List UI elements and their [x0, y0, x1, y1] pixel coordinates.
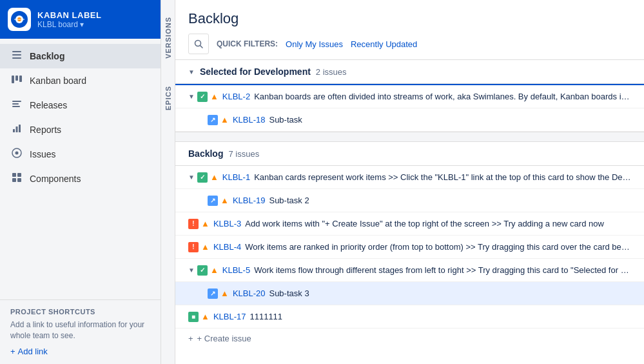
- svg-rect-11: [12, 103, 19, 105]
- table-row[interactable]: ↗ ▲ KLBL-20 Sub-task 3: [175, 282, 644, 305]
- expand-icon[interactable]: ▼: [188, 93, 195, 100]
- selected-for-dev-header[interactable]: ▼ Selected for Development 2 issues: [175, 60, 644, 84]
- issue-key[interactable]: KLBL-17: [213, 312, 246, 321]
- backlog-title: Backlog: [188, 148, 223, 159]
- kanban-icon: [10, 74, 23, 88]
- sidebar-item-reports[interactable]: Reports: [0, 117, 161, 142]
- svg-rect-6: [12, 57, 21, 59]
- epics-tab[interactable]: EPICS: [163, 82, 173, 114]
- sidebar-item-label: Releases: [30, 100, 67, 110]
- priority-icon: ▲: [210, 92, 219, 101]
- add-link-button[interactable]: + Add link: [10, 347, 150, 356]
- issue-type-icon: ↗: [208, 196, 218, 206]
- svg-rect-4: [12, 51, 21, 52]
- table-row[interactable]: ↗ ▲ KLBL-19 Sub-task 2: [175, 189, 644, 212]
- table-row[interactable]: ▼ ✓ ▲ KLBL-2 Kanban boards are often div…: [175, 85, 644, 108]
- table-row[interactable]: ! ▲ KLBL-3 Add work items with "+ Create…: [175, 212, 644, 236]
- svg-rect-18: [12, 173, 16, 177]
- components-icon: [10, 172, 23, 186]
- issue-key[interactable]: KLBL-2: [222, 92, 250, 101]
- sidebar-item-label: Components: [30, 174, 81, 184]
- priority-icon: ▲: [210, 265, 219, 275]
- sidebar-app-name: KABAN LABEL: [37, 10, 101, 20]
- sidebar-item-components[interactable]: Components: [0, 167, 161, 191]
- issue-summary: 1111111: [249, 312, 631, 321]
- priority-icon: ▲: [201, 219, 210, 228]
- quick-filters-label: QUICK FILTERS:: [217, 39, 278, 48]
- issue-key[interactable]: KLBL-3: [213, 219, 241, 228]
- table-row[interactable]: ! ▲ KLBL-4 Work items are ranked in prio…: [175, 236, 644, 259]
- sidebar-item-issues[interactable]: Issues: [0, 142, 161, 167]
- issue-type-icon: !: [188, 219, 199, 229]
- main-content: Backlog QUICK FILTERS: Only My Issues Re…: [175, 0, 644, 364]
- priority-icon: ▲: [220, 288, 229, 298]
- issue-key[interactable]: KLBL-19: [233, 196, 266, 205]
- filter-recently-updated[interactable]: Recently Updated: [351, 39, 417, 49]
- sidebar-item-label: Kanban board: [30, 76, 86, 86]
- priority-icon: ▲: [201, 242, 210, 252]
- svg-rect-20: [12, 178, 16, 182]
- issue-key[interactable]: KLBL-4: [213, 242, 241, 252]
- filter-only-my-issues[interactable]: Only My Issues: [286, 39, 343, 49]
- issue-summary: Kanban cards represent work items >> Cli…: [254, 172, 631, 182]
- selected-for-dev-count: 2 issues: [316, 67, 347, 77]
- sidebar-nav: Backlog Kanban board Releases Reports Is…: [0, 39, 161, 299]
- issue-type-icon: ↗: [208, 115, 218, 125]
- svg-rect-3: [14, 19, 24, 20]
- sidebar-item-label: Issues: [30, 149, 55, 159]
- svg-rect-14: [16, 126, 18, 132]
- versions-tab[interactable]: VERSIONS: [163, 13, 173, 63]
- expand-icon[interactable]: ▼: [188, 174, 195, 181]
- issue-summary: Sub-task 3: [269, 288, 631, 298]
- issue-summary: Work items are ranked in priority order …: [245, 242, 631, 252]
- issue-summary: Add work items with "+ Create Issue" at …: [245, 219, 631, 228]
- svg-rect-7: [12, 76, 14, 83]
- search-button[interactable]: [188, 34, 209, 54]
- issue-type-icon: ↗: [208, 288, 218, 299]
- issue-type-icon: ✓: [197, 172, 208, 183]
- plus-icon: +: [188, 334, 193, 343]
- issue-type-icon: ✓: [197, 92, 208, 102]
- table-row[interactable]: ↗ ▲ KLBL-18 Sub-task: [175, 108, 644, 132]
- backlog-count: 7 issues: [228, 149, 259, 159]
- create-issue-button[interactable]: + + Create issue: [175, 329, 644, 349]
- reports-icon: [10, 123, 23, 137]
- issue-summary: Sub-task 2: [269, 196, 631, 205]
- svg-rect-5: [12, 54, 21, 56]
- sidebar-header: KABAN LABEL KLBL board ▾: [0, 0, 161, 39]
- sidebar-item-label: Reports: [30, 125, 61, 135]
- issue-summary: Sub-task: [269, 115, 631, 125]
- table-row[interactable]: ▼ ✓ ▲ KLBL-5 Work items flow through dif…: [175, 259, 644, 282]
- svg-rect-12: [12, 106, 20, 107]
- table-row[interactable]: ▼ ✓ ▲ KLBL-1 Kanban cards represent work…: [175, 166, 644, 189]
- expand-icon[interactable]: ▼: [188, 267, 195, 274]
- releases-icon: [10, 98, 23, 112]
- issue-type-icon: !: [188, 242, 199, 252]
- issue-type-icon: ■: [188, 312, 199, 322]
- backlog-icon: [10, 49, 23, 63]
- sidebar-item-releases[interactable]: Releases: [0, 93, 161, 117]
- issue-key[interactable]: KLBL-18: [233, 115, 266, 125]
- sidebar-item-label: Backlog: [30, 51, 64, 61]
- issue-key[interactable]: KLBL-5: [222, 265, 250, 275]
- issue-key[interactable]: KLBL-1: [222, 172, 250, 182]
- sidebar: KABAN LABEL KLBL board ▾ Backlog Kanban …: [0, 0, 161, 364]
- backlog-header[interactable]: Backlog 7 issues: [175, 142, 644, 166]
- sidebar-item-backlog[interactable]: Backlog: [0, 44, 161, 68]
- table-row[interactable]: ■ ▲ KLBL-17 1111111: [175, 305, 644, 329]
- sidebar-item-kanban-board[interactable]: Kanban board: [0, 68, 161, 93]
- svg-line-23: [200, 46, 203, 48]
- priority-icon: ▲: [201, 312, 210, 321]
- issue-type-icon: ✓: [197, 265, 208, 276]
- side-tabs: VERSIONS EPICS: [161, 0, 175, 364]
- sidebar-title-area: KABAN LABEL KLBL board ▾: [37, 10, 101, 29]
- svg-rect-15: [19, 125, 21, 132]
- issue-key[interactable]: KLBL-20: [233, 288, 266, 298]
- svg-rect-19: [17, 173, 21, 177]
- svg-rect-8: [15, 76, 18, 81]
- filter-bar: QUICK FILTERS: Only My Issues Recently U…: [188, 34, 631, 54]
- chevron-icon: ▼: [188, 68, 195, 76]
- page-title: Backlog: [188, 10, 631, 27]
- sidebar-board-name[interactable]: KLBL board ▾: [37, 20, 101, 29]
- shortcuts-title: PROJECT SHORTCUTS: [10, 308, 150, 316]
